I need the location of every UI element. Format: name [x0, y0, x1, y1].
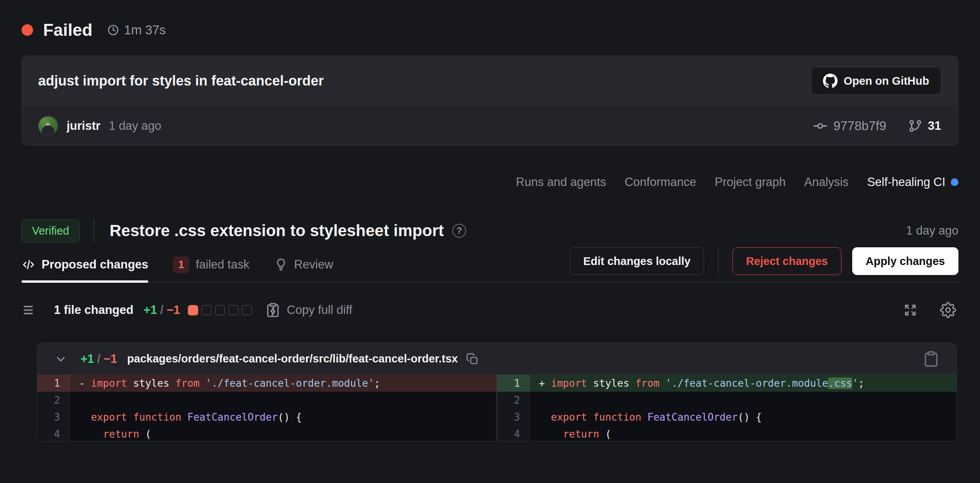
additions-count: +1 — [144, 303, 157, 317]
line-number: 4 — [37, 426, 70, 441]
diff-line: 3 export function FeatCancelOrder() { — [37, 409, 497, 426]
vertical-divider — [94, 219, 94, 243]
diff-line: 1- import styles from './feat-cancel-ord… — [37, 375, 497, 392]
open-on-github-label: Open on GitHub — [844, 75, 929, 87]
top-nav: Runs and agentsConformanceProject graphA… — [22, 171, 958, 193]
diff-stat-block — [201, 305, 212, 315]
stat-separator: / — [160, 303, 164, 317]
branch-count-label: 31 — [928, 119, 941, 133]
line-number: 2 — [37, 392, 70, 409]
file-deletions: −1 — [104, 352, 117, 366]
commit-title: adjust import for styles in feat-cancel-… — [38, 73, 324, 89]
line-number: 4 — [497, 426, 530, 441]
code-text — [530, 392, 957, 409]
nav-item-runs-and-agents[interactable]: Runs and agents — [516, 175, 606, 189]
file-additions: +1 — [80, 352, 94, 366]
nav-item-conformance[interactable]: Conformance — [625, 175, 696, 189]
diff-stat-block — [215, 305, 225, 315]
tab-review[interactable]: Review — [274, 247, 333, 282]
file-list-toggle-button[interactable] — [22, 302, 38, 319]
pipeline-duration-label: 1m 37s — [124, 23, 166, 37]
line-number: 3 — [37, 409, 70, 426]
line-number: 2 — [497, 392, 530, 409]
code-text: - import styles from './feat-cancel-orde… — [70, 375, 497, 392]
pipeline-status-row: Failed 1m 37s — [22, 18, 958, 42]
commit-hash[interactable]: 9778b7f9 — [813, 118, 886, 134]
avatar — [38, 116, 58, 136]
code-text: export function FeatCancelOrder() { — [70, 409, 497, 426]
code-text — [70, 392, 497, 409]
tab-label: Review — [294, 258, 333, 272]
diff-pane-after: 1+ import styles from './feat-cancel-ord… — [497, 375, 957, 441]
apply-changes-button[interactable]: Apply changes — [852, 247, 958, 275]
tab-proposed-changes[interactable]: Proposed changes — [22, 247, 148, 282]
nav-item-label: Conformance — [625, 175, 696, 189]
github-icon — [823, 74, 838, 88]
commit-card-meta: juristr 1 day ago 9778b7f9 31 — [22, 106, 958, 145]
pipeline-status-label: Failed — [43, 20, 92, 40]
line-number: 1 — [497, 375, 530, 392]
copy-file-diff-button[interactable] — [923, 351, 940, 367]
copy-icon — [466, 353, 478, 365]
nav-item-analysis[interactable]: Analysis — [804, 175, 848, 189]
commit-card: adjust import for styles in feat-cancel-… — [22, 55, 958, 146]
code-icon — [22, 258, 35, 272]
diff-line: 2 — [37, 392, 497, 409]
line-number: 3 — [497, 409, 530, 426]
hamburger-icon — [22, 302, 38, 319]
gear-icon — [940, 302, 956, 318]
reject-changes-button[interactable]: Reject changes — [732, 247, 841, 275]
commit-time: 1 day ago — [109, 119, 161, 133]
verified-badge: Verified — [22, 220, 80, 242]
tab-failed-task[interactable]: 1failed task — [173, 247, 249, 282]
nav-item-project-graph[interactable]: Project graph — [715, 175, 786, 189]
nav-item-label: Runs and agents — [516, 175, 606, 189]
diff-stat-block — [188, 305, 198, 315]
diff-stat-block — [228, 305, 239, 315]
diff-code-area: 1- import styles from './feat-cancel-ord… — [37, 375, 957, 441]
actions-divider — [718, 249, 719, 273]
diff-stat-blocks — [188, 305, 252, 315]
edit-changes-locally-button[interactable]: Edit changes locally — [570, 247, 704, 275]
copy-full-diff-label: Copy full diff — [287, 303, 352, 317]
code-text: export function FeatCancelOrder() { — [530, 409, 957, 426]
help-icon[interactable]: ? — [452, 224, 466, 238]
diff-line: 4 return ( — [37, 426, 497, 441]
collapse-file-button[interactable] — [54, 352, 67, 366]
commit-meta: 9778b7f9 31 — [813, 118, 941, 134]
diff-toolbar-right — [902, 302, 958, 318]
notification-dot — [951, 178, 958, 186]
diff-line: 4 return ( — [497, 426, 957, 441]
failed-count-badge: 1 — [173, 257, 189, 273]
expand-diff-button[interactable] — [902, 302, 918, 318]
diff-settings-button[interactable] — [940, 302, 956, 318]
clipboard-icon — [265, 302, 281, 318]
nav-item-label: Analysis — [804, 175, 848, 189]
git-branch-icon — [908, 119, 923, 133]
fix-tabs: Proposed changes1failed taskReview — [22, 247, 333, 282]
fix-title: Restore .css extension to stylesheet imp… — [110, 221, 444, 240]
pipeline-duration: 1m 37s — [107, 23, 166, 37]
nav-item-self-healing-ci[interactable]: Self-healing CI — [867, 175, 958, 189]
author-name: juristr — [67, 119, 100, 133]
diff-pane-before: 1- import styles from './feat-cancel-ord… — [37, 375, 497, 441]
tab-label: Proposed changes — [42, 258, 148, 272]
copy-full-diff-button[interactable]: Copy full diff — [265, 302, 352, 318]
file-path: packages/orders/feat-cancel-order/src/li… — [127, 352, 458, 365]
nav-item-label: Self-healing CI — [867, 175, 945, 189]
diff-line: 3 export function FeatCancelOrder() { — [497, 409, 957, 426]
commit-hash-label: 9778b7f9 — [833, 119, 886, 133]
self-healing-ci-page: Failed 1m 37s adjust import for styles i… — [0, 0, 980, 483]
fix-tabs-row: Proposed changes1failed taskReview Edit … — [22, 247, 958, 283]
nav-item-label: Project graph — [715, 175, 786, 189]
copy-path-button[interactable] — [466, 353, 478, 365]
file-stat-separator: / — [97, 352, 100, 366]
deletions-count: −1 — [167, 303, 180, 317]
branch-count[interactable]: 31 — [908, 119, 941, 133]
fix-header-row: Verified Restore .css extension to style… — [22, 214, 958, 247]
open-on-github-button[interactable]: Open on GitHub — [811, 67, 941, 95]
code-text: return ( — [530, 426, 957, 441]
commit-card-header: adjust import for styles in feat-cancel-… — [22, 56, 958, 106]
commit-author: juristr 1 day ago — [38, 116, 161, 136]
diff-toolbar: 1 file changed +1 / −1 Copy full diff — [22, 299, 958, 321]
